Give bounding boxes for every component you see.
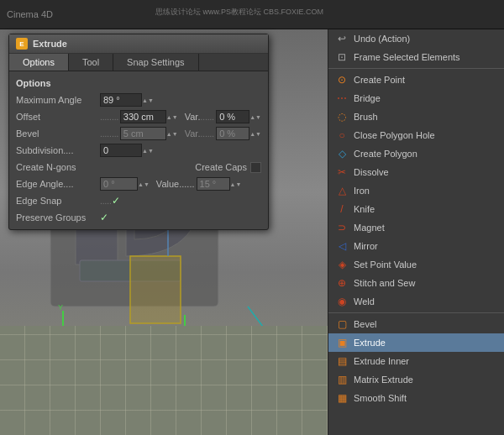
tool-label: Extrude xyxy=(354,338,386,348)
tab-snap-settings[interactable]: Snap Settings xyxy=(113,54,199,71)
tool-label: Brush xyxy=(354,112,378,122)
tool-item-create-polygon[interactable]: ◇Create Polygon xyxy=(328,144,504,163)
subdivision-row: Subdivision.... ▲▼ xyxy=(9,142,268,159)
var2-dots: ...... xyxy=(200,129,214,139)
tool-item-extrude-inner[interactable]: ▤Extrude Inner xyxy=(328,352,504,370)
tool-icon-create-polygon: ◇ xyxy=(335,147,349,160)
bevel-input[interactable] xyxy=(120,127,166,140)
subdivision-label: Subdivision.... xyxy=(16,145,100,155)
tool-icon-extrude: ▣ xyxy=(335,336,349,349)
preserve-groups-checkbox[interactable]: ✓ xyxy=(100,212,108,223)
tool-item-stitch-and-sew[interactable]: ⊕Stitch and Sew xyxy=(328,274,504,292)
offset-dots: ........ xyxy=(100,113,120,122)
var-dots: ...... xyxy=(200,113,214,122)
svg-text:Y: Y xyxy=(58,303,63,312)
create-ngons-label: Create N-gons xyxy=(16,162,100,172)
tool-icon-matrix-extrude: ▥ xyxy=(335,373,349,386)
tool-item-bevel[interactable]: ▢Bevel xyxy=(328,315,504,333)
bevel-spinner[interactable]: ▲▼ xyxy=(166,131,178,137)
tool-icon-frame-selected-elements: ⊡ xyxy=(335,50,349,64)
dialog-icon: E xyxy=(16,38,28,50)
preserve-groups-row: Preserve Groups ✓ xyxy=(9,209,268,226)
tool-label: Set Point Value xyxy=(354,259,417,270)
value-label: Value...... xyxy=(156,179,195,189)
tool-label: Stitch and Sew xyxy=(354,278,415,288)
tool-label: Matrix Extrude xyxy=(354,375,413,385)
create-caps-checkbox[interactable] xyxy=(250,162,261,173)
tool-item-set-point-value[interactable]: ◈Set Point Value xyxy=(328,255,504,274)
tool-item-weld[interactable]: ◉Weld xyxy=(328,292,504,311)
subdivision-input[interactable] xyxy=(100,144,142,157)
tool-label: Bevel xyxy=(354,319,377,329)
tool-item-create-point[interactable]: ⊙Create Point xyxy=(328,71,504,89)
offset-spinner[interactable]: ▲▼ xyxy=(166,114,178,120)
tool-icon-iron: △ xyxy=(335,184,349,197)
tool-label: Extrude Inner xyxy=(354,356,409,366)
var2-label: Var. xyxy=(185,128,201,139)
value-input[interactable] xyxy=(197,177,230,191)
offset-row: Offset ........ ▲▼ Var. ...... ▲▼ xyxy=(9,108,268,125)
var2-spinner[interactable]: ▲▼ xyxy=(249,131,261,137)
value-spinner[interactable]: ▲▼ xyxy=(230,181,242,187)
edge-angle-input[interactable] xyxy=(100,177,138,191)
tool-label: Create Polygon xyxy=(354,149,417,159)
app-label: Cinema 4D xyxy=(7,9,53,19)
var-spinner[interactable]: ▲▼ xyxy=(249,114,261,120)
max-angle-row: Maximum Angle ▲▼ xyxy=(9,92,268,108)
tool-icon-close-polygon-hole: ○ xyxy=(335,128,349,142)
var-label: Var. xyxy=(185,112,201,122)
max-angle-input[interactable] xyxy=(100,93,142,107)
tool-item-close-polygon-hole[interactable]: ○Close Polygon Hole xyxy=(328,126,504,144)
dialog-content: Options Maximum Angle ▲▼ Offset ........… xyxy=(9,71,268,229)
tool-label: Create Point xyxy=(354,75,405,85)
tab-options[interactable]: Options xyxy=(9,54,69,71)
right-panel: ↩Undo (Action)⊡Frame Selected Elements⊙C… xyxy=(328,29,504,435)
edge-angle-row: Edge Angle.... ▲▼ Value...... ▲▼ xyxy=(9,176,268,192)
top-bar: Cinema 4D 思练设计论坛 www.PS教程论坛 CBS.FOXIE.CO… xyxy=(0,0,504,29)
tool-item-smooth-shift[interactable]: ▦Smooth Shift xyxy=(328,389,504,407)
tool-item-dissolve[interactable]: ✂Dissolve xyxy=(328,163,504,181)
edge-angle-spinner[interactable]: ▲▼ xyxy=(138,181,150,187)
edge-angle-label: Edge Angle.... xyxy=(16,179,100,189)
tool-item-brush[interactable]: ◌Brush xyxy=(328,107,504,126)
tool-item-knife[interactable]: /Knife xyxy=(328,200,504,218)
tool-icon-smooth-shift: ▦ xyxy=(335,391,349,405)
offset-input[interactable] xyxy=(120,110,166,123)
tool-icon-mirror: ◁ xyxy=(335,239,349,253)
tab-tool[interactable]: Tool xyxy=(69,54,113,71)
max-angle-spinner[interactable]: ▲▼ xyxy=(142,97,154,103)
tool-item-bridge[interactable]: ⋯Bridge xyxy=(328,89,504,107)
tool-item-magnet[interactable]: ⊃Magnet xyxy=(328,218,504,237)
tool-icon-bevel: ▢ xyxy=(335,317,349,331)
tool-icon-create-point: ⊙ xyxy=(335,73,349,86)
tool-label: Smooth Shift xyxy=(354,393,407,403)
tool-item-iron[interactable]: △Iron xyxy=(328,181,504,200)
edge-snap-checkbox[interactable]: ✓ xyxy=(112,195,120,207)
tool-icon-stitch-and-sew: ⊕ xyxy=(335,276,349,290)
tool-icon-set-point-value: ◈ xyxy=(335,258,349,271)
tool-item-matrix-extrude[interactable]: ▥Matrix Extrude xyxy=(328,370,504,389)
bevel-row: Bevel ........ ▲▼ Var. ...... ▲▼ xyxy=(9,125,268,142)
tool-item-frame-selected-elements[interactable]: ⊡Frame Selected Elements xyxy=(328,48,504,66)
tool-item-mirror[interactable]: ◁Mirror xyxy=(328,237,504,255)
tool-label: Iron xyxy=(354,186,370,196)
tool-icon-bridge: ⋯ xyxy=(335,92,349,105)
subdivision-spinner[interactable]: ▲▼ xyxy=(142,148,154,154)
tool-icon-weld: ◉ xyxy=(335,295,349,308)
bevel-label: Bevel xyxy=(16,128,100,139)
dialog-tabs: Options Tool Snap Settings xyxy=(9,54,268,71)
tool-item-extrude[interactable]: ▣Extrude xyxy=(328,333,504,352)
create-caps-label: Create Caps xyxy=(195,162,247,172)
tool-item-undo-(action)[interactable]: ↩Undo (Action) xyxy=(328,29,504,48)
viewport-grid xyxy=(0,326,328,435)
options-section-label: Options xyxy=(9,75,268,92)
tool-separator xyxy=(328,68,504,69)
tool-icon-knife: / xyxy=(335,202,349,216)
var2-input[interactable] xyxy=(216,127,249,140)
var-input[interactable] xyxy=(216,110,249,123)
tool-icon-magnet: ⊃ xyxy=(335,221,349,234)
edge-snap-row: Edge Snap ..... ✓ xyxy=(9,192,268,209)
tool-separator xyxy=(328,312,504,313)
tool-label: Bridge xyxy=(354,93,381,103)
tool-label: Magnet xyxy=(354,223,385,233)
